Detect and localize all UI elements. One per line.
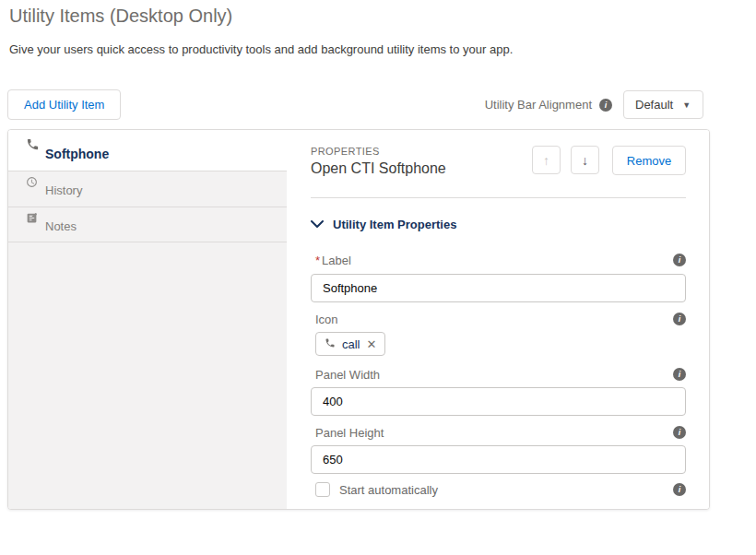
panel-width-input[interactable] bbox=[311, 387, 686, 416]
alignment-dropdown[interactable]: Default ▼ bbox=[623, 90, 703, 119]
properties-header-actions: ↑ ↓ Remove bbox=[532, 146, 686, 175]
start-automatically-row: Start automatically i bbox=[311, 481, 686, 498]
panel-width-info-icon[interactable]: i bbox=[673, 368, 686, 381]
panel-height-row: Panel Height i bbox=[311, 425, 686, 440]
remove-button[interactable]: Remove bbox=[612, 146, 686, 175]
label-info-icon[interactable]: i bbox=[673, 254, 686, 266]
chip-remove-icon[interactable]: ✕ bbox=[367, 338, 377, 350]
move-up-button[interactable]: ↑ bbox=[532, 146, 561, 174]
panel-height-label: Panel Height bbox=[311, 426, 384, 440]
start-automatically-checkbox[interactable] bbox=[315, 482, 330, 497]
chip-phone-icon bbox=[325, 336, 336, 352]
panel-height-input[interactable] bbox=[311, 445, 686, 474]
icon-info-icon[interactable]: i bbox=[673, 313, 686, 325]
arrow-down-icon: ↓ bbox=[582, 153, 588, 168]
required-asterisk: * bbox=[315, 254, 320, 267]
tab-notes[interactable]: Notes bbox=[8, 207, 287, 242]
panel-width-row: Panel Width i bbox=[311, 367, 686, 382]
alignment-dropdown-value: Default bbox=[635, 98, 673, 112]
panel-width-label: Panel Width bbox=[311, 368, 380, 382]
start-automatically-info-icon[interactable]: i bbox=[673, 483, 686, 496]
arrow-up-icon: ↑ bbox=[543, 153, 549, 168]
label-field-row: *Label i bbox=[311, 253, 686, 267]
icon-chip[interactable]: call ✕ bbox=[315, 332, 385, 356]
properties-heading-block: PROPERTIES Open CTI Softphone bbox=[311, 146, 446, 177]
start-automatically-control: Start automatically bbox=[311, 482, 438, 497]
icon-field-label: Icon bbox=[311, 313, 338, 326]
page-title: Utility Items (Desktop Only) bbox=[9, 6, 232, 27]
tab-notes-label: Notes bbox=[45, 219, 77, 233]
clock-icon bbox=[26, 176, 38, 188]
tab-history[interactable]: History bbox=[8, 171, 287, 207]
move-down-button[interactable]: ↓ bbox=[571, 146, 599, 174]
start-automatically-label: Start automatically bbox=[339, 483, 438, 497]
panel-divider bbox=[311, 197, 686, 198]
utility-item-properties-section-header[interactable]: Utility Item Properties bbox=[311, 216, 686, 232]
icon-field-row: Icon i bbox=[311, 312, 686, 326]
properties-panel: PROPERTIES Open CTI Softphone ↑ ↓ Remove… bbox=[287, 130, 709, 509]
label-input[interactable] bbox=[311, 274, 686, 302]
note-icon bbox=[26, 212, 38, 224]
utility-item-tab-list: Softphone History Notes bbox=[8, 130, 287, 509]
utility-bar-alignment-group: Utility Bar Alignment i Default ▼ bbox=[485, 89, 703, 120]
panel-height-info-icon[interactable]: i bbox=[673, 426, 686, 439]
section-title: Utility Item Properties bbox=[333, 218, 456, 231]
add-utility-item-button[interactable]: Add Utility Item bbox=[7, 89, 121, 120]
tab-history-label: History bbox=[45, 183, 82, 197]
phone-icon bbox=[26, 137, 40, 151]
properties-title: Open CTI Softphone bbox=[311, 160, 446, 177]
page-description: Give your users quick access to producti… bbox=[9, 42, 513, 56]
tab-softphone-label: Softphone bbox=[45, 147, 109, 161]
info-icon[interactable]: i bbox=[599, 99, 612, 112]
utility-bar-alignment-label: Utility Bar Alignment bbox=[485, 89, 592, 120]
chip-label: call bbox=[342, 337, 360, 351]
utility-items-card: Softphone History Notes PROPERTIES Open … bbox=[7, 129, 710, 510]
properties-eyebrow: PROPERTIES bbox=[311, 146, 446, 157]
label-field-label: *Label bbox=[311, 254, 351, 267]
chevron-down-icon: ▼ bbox=[682, 100, 691, 110]
tab-softphone[interactable]: Softphone bbox=[8, 130, 287, 171]
properties-panel-header: PROPERTIES Open CTI Softphone ↑ ↓ Remove bbox=[311, 146, 686, 186]
chevron-down-icon bbox=[311, 216, 324, 232]
